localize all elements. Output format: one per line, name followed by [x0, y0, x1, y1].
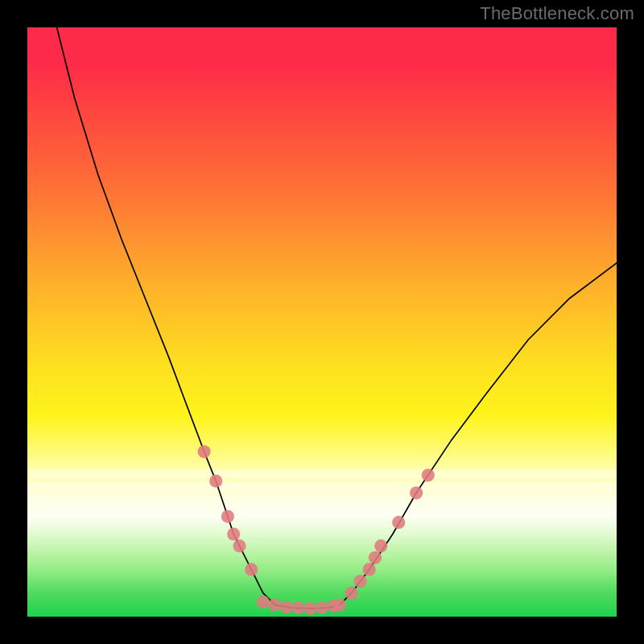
plot-area [27, 27, 617, 617]
marker-dot-floor [292, 601, 305, 614]
marker-dot-left [233, 539, 246, 552]
marker-dot-right [345, 587, 358, 600]
curve-layer [27, 27, 617, 617]
marker-dot-left [221, 510, 234, 523]
marker-dot-floor [333, 598, 346, 611]
curve-left [57, 27, 275, 605]
marker-dot-floor [280, 601, 293, 613]
marker-dot-right [410, 486, 423, 499]
curve-right [340, 263, 617, 605]
chart-root: TheBottleneck.com [0, 0, 644, 644]
marker-dot-right [354, 575, 367, 588]
marker-dot-left [227, 527, 240, 540]
marker-dot-floor [257, 596, 270, 609]
marker-dot-floor [303, 602, 316, 615]
watermark-text: TheBottleneck.com [480, 3, 634, 24]
marker-dot-right [363, 563, 376, 576]
marker-dot-left [198, 445, 211, 458]
marker-dot-right [369, 551, 382, 564]
marker-dot-right [392, 516, 405, 529]
marker-dot-right [422, 469, 435, 481]
marker-dot-right [374, 539, 387, 552]
marker-dot-left [209, 475, 222, 488]
marker-dot-floor [268, 598, 281, 611]
marker-dot-floor [316, 601, 328, 614]
marker-dots [198, 445, 435, 615]
marker-dot-left [245, 563, 258, 576]
